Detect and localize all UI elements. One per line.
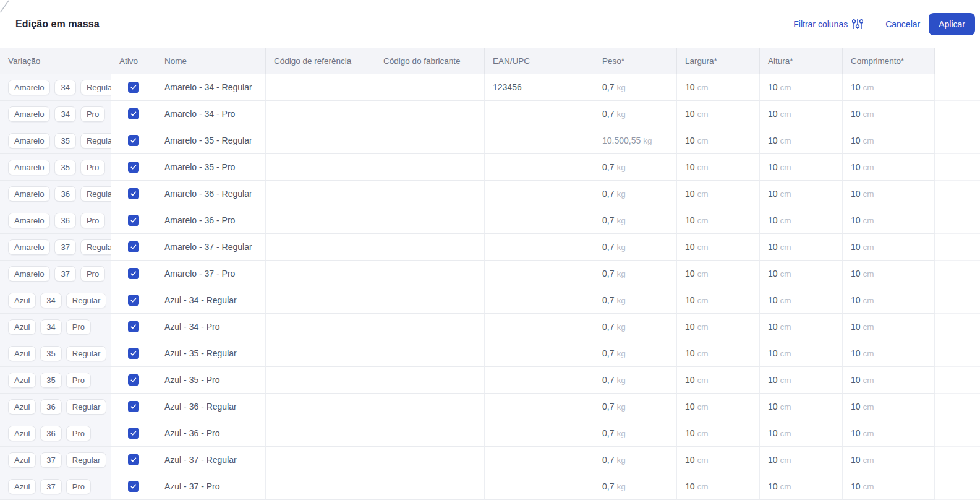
ean-upc-cell[interactable] [485, 314, 594, 340]
comprimento-cell[interactable]: 10cm [843, 473, 935, 500]
name-cell[interactable]: Azul - 35 - Regular [156, 340, 266, 367]
altura-cell[interactable]: 10cm [760, 287, 843, 314]
ean-upc-cell[interactable] [485, 447, 594, 473]
column-header-codigo-de-referencia[interactable]: Código de referência [266, 48, 375, 74]
peso-cell[interactable]: 0,7kg [594, 261, 677, 287]
peso-cell[interactable]: 0,7kg [594, 234, 677, 261]
comprimento-cell[interactable]: 10cm [843, 420, 935, 447]
comprimento-cell[interactable]: 10cm [843, 340, 935, 367]
ean-upc-cell[interactable]: 123456 [485, 74, 594, 101]
manufacturer-code-cell[interactable] [375, 207, 485, 234]
largura-cell[interactable]: 10cm [677, 101, 760, 127]
manufacturer-code-cell[interactable] [375, 287, 485, 314]
column-header-comprimento[interactable]: Comprimento* [843, 48, 935, 74]
comprimento-cell[interactable]: 10cm [843, 314, 935, 340]
peso-cell[interactable]: 0,7kg [594, 367, 677, 394]
comprimento-cell[interactable]: 10cm [843, 154, 935, 181]
ref-code-cell[interactable] [266, 234, 375, 261]
ean-upc-cell[interactable] [485, 261, 594, 287]
peso-cell[interactable]: 0,7kg [594, 181, 677, 207]
largura-cell[interactable]: 10cm [677, 420, 760, 447]
altura-cell[interactable]: 10cm [760, 394, 843, 420]
column-header-altura[interactable]: Altura* [760, 48, 843, 74]
ean-upc-cell[interactable] [485, 154, 594, 181]
peso-cell[interactable]: 0,7kg [594, 447, 677, 473]
ean-upc-cell[interactable] [485, 287, 594, 314]
peso-cell[interactable]: 0,7kg [594, 394, 677, 420]
name-cell[interactable]: Amarelo - 37 - Regular [156, 234, 266, 261]
altura-cell[interactable]: 10cm [760, 154, 843, 181]
peso-cell[interactable]: 0,7kg [594, 473, 677, 500]
peso-cell[interactable]: 0,7kg [594, 340, 677, 367]
manufacturer-code-cell[interactable] [375, 234, 485, 261]
active-checkbox[interactable] [128, 321, 139, 332]
active-checkbox[interactable] [128, 215, 139, 226]
ean-upc-cell[interactable] [485, 127, 594, 154]
ean-upc-cell[interactable] [485, 394, 594, 420]
ref-code-cell[interactable] [266, 127, 375, 154]
ref-code-cell[interactable] [266, 101, 375, 127]
largura-cell[interactable]: 10cm [677, 261, 760, 287]
manufacturer-code-cell[interactable] [375, 101, 485, 127]
name-cell[interactable]: Azul - 36 - Regular [156, 394, 266, 420]
largura-cell[interactable]: 10cm [677, 234, 760, 261]
manufacturer-code-cell[interactable] [375, 367, 485, 394]
altura-cell[interactable]: 10cm [760, 340, 843, 367]
altura-cell[interactable]: 10cm [760, 181, 843, 207]
manufacturer-code-cell[interactable] [375, 261, 485, 287]
column-header-peso[interactable]: Peso* [594, 48, 677, 74]
filter-columns-button[interactable]: Filtrar colunas [793, 18, 863, 30]
column-header-largura[interactable]: Largura* [677, 48, 760, 74]
active-checkbox[interactable] [128, 295, 139, 306]
largura-cell[interactable]: 10cm [677, 127, 760, 154]
active-checkbox[interactable] [128, 454, 139, 465]
name-cell[interactable]: Amarelo - 34 - Regular [156, 74, 266, 101]
altura-cell[interactable]: 10cm [760, 127, 843, 154]
ref-code-cell[interactable] [266, 394, 375, 420]
manufacturer-code-cell[interactable] [375, 127, 485, 154]
manufacturer-code-cell[interactable] [375, 394, 485, 420]
comprimento-cell[interactable]: 10cm [843, 74, 935, 101]
active-checkbox[interactable] [128, 428, 139, 439]
ref-code-cell[interactable] [266, 181, 375, 207]
peso-cell[interactable]: 0,7kg [594, 420, 677, 447]
ref-code-cell[interactable] [266, 340, 375, 367]
active-checkbox[interactable] [128, 348, 139, 359]
ref-code-cell[interactable] [266, 207, 375, 234]
comprimento-cell[interactable]: 10cm [843, 367, 935, 394]
ean-upc-cell[interactable] [485, 367, 594, 394]
name-cell[interactable]: Amarelo - 35 - Regular [156, 127, 266, 154]
largura-cell[interactable]: 10cm [677, 473, 760, 500]
altura-cell[interactable]: 10cm [760, 74, 843, 101]
manufacturer-code-cell[interactable] [375, 154, 485, 181]
largura-cell[interactable]: 10cm [677, 340, 760, 367]
name-cell[interactable]: Amarelo - 36 - Regular [156, 181, 266, 207]
largura-cell[interactable]: 10cm [677, 394, 760, 420]
altura-cell[interactable]: 10cm [760, 420, 843, 447]
manufacturer-code-cell[interactable] [375, 181, 485, 207]
name-cell[interactable]: Amarelo - 35 - Pro [156, 154, 266, 181]
comprimento-cell[interactable]: 10cm [843, 181, 935, 207]
peso-cell[interactable]: 0,7kg [594, 74, 677, 101]
comprimento-cell[interactable]: 10cm [843, 287, 935, 314]
ean-upc-cell[interactable] [485, 181, 594, 207]
largura-cell[interactable]: 10cm [677, 74, 760, 101]
largura-cell[interactable]: 10cm [677, 314, 760, 340]
name-cell[interactable]: Amarelo - 36 - Pro [156, 207, 266, 234]
largura-cell[interactable]: 10cm [677, 447, 760, 473]
ean-upc-cell[interactable] [485, 473, 594, 500]
ref-code-cell[interactable] [266, 420, 375, 447]
altura-cell[interactable]: 10cm [760, 101, 843, 127]
name-cell[interactable]: Amarelo - 34 - Pro [156, 101, 266, 127]
ref-code-cell[interactable] [266, 287, 375, 314]
manufacturer-code-cell[interactable] [375, 473, 485, 500]
name-cell[interactable]: Azul - 34 - Regular [156, 287, 266, 314]
comprimento-cell[interactable]: 10cm [843, 234, 935, 261]
active-checkbox[interactable] [128, 82, 139, 93]
largura-cell[interactable]: 10cm [677, 367, 760, 394]
column-header-ativo[interactable]: Ativo [111, 48, 156, 74]
ref-code-cell[interactable] [266, 447, 375, 473]
cancel-button[interactable]: Cancelar [885, 19, 920, 29]
ref-code-cell[interactable] [266, 261, 375, 287]
peso-cell[interactable]: 0,7kg [594, 101, 677, 127]
